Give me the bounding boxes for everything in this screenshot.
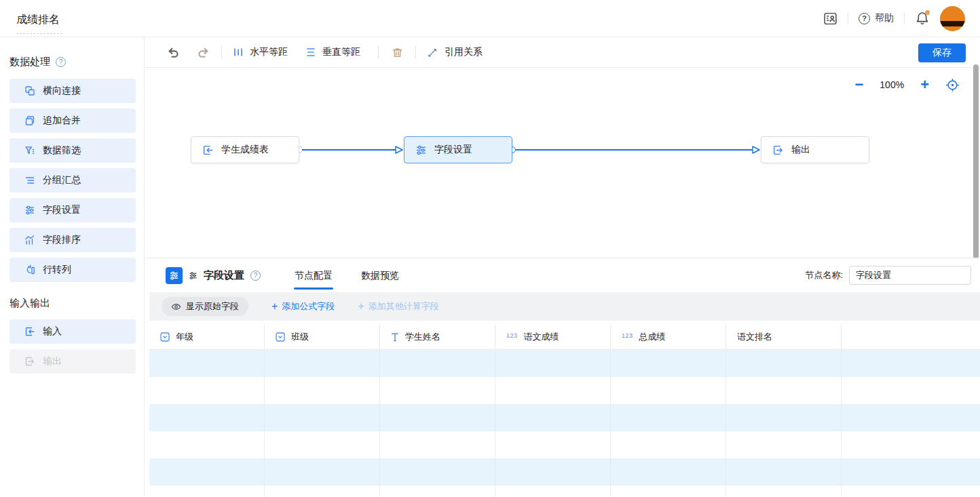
node-name-input[interactable]	[849, 266, 971, 285]
sidebar-item-horizontal-join[interactable]: 横向连接	[10, 79, 136, 103]
panel-title: 字段设置	[204, 269, 244, 282]
text-type-icon	[391, 332, 399, 342]
column-header-grade[interactable]: 年级	[149, 325, 265, 349]
zoom-in-button[interactable]: +	[920, 77, 929, 92]
trash-icon	[392, 47, 403, 58]
redo-button[interactable]	[195, 45, 210, 60]
column-header-chinese-score[interactable]: 123 语文成绩	[495, 325, 611, 349]
edge-arrow-icon	[394, 145, 404, 155]
sliders-small-icon	[189, 271, 197, 280]
field-table: 年级 班级 学生姓名 123 语文成绩	[149, 325, 980, 497]
tab-data-preview[interactable]: 数据预览	[360, 262, 400, 290]
guide-icon[interactable]	[823, 12, 837, 26]
edge-line	[302, 149, 396, 151]
help-button[interactable]: ? 帮助	[859, 12, 894, 24]
dimension-icon	[160, 332, 170, 342]
notification-dot	[925, 10, 930, 15]
sliders-icon	[24, 205, 35, 216]
sidebar-item-append-merge[interactable]: 追加合并	[10, 108, 136, 133]
sidebar-item-field-sort[interactable]: 字段排序	[10, 228, 136, 252]
sidebar-item-field-settings[interactable]: 字段设置	[10, 198, 136, 222]
node-field-settings[interactable]: 字段设置	[404, 136, 512, 163]
column-header-student-name[interactable]: 学生姓名	[380, 325, 495, 349]
output-icon	[24, 356, 35, 367]
save-button[interactable]: 保存	[918, 43, 966, 62]
edge-line	[516, 149, 752, 151]
vertical-spacing-button[interactable]: 垂直等距	[305, 46, 360, 58]
sidebar-item-data-filter[interactable]: 数据筛选	[10, 138, 136, 163]
table-row[interactable]	[149, 485, 980, 497]
plus-icon: +	[271, 301, 278, 312]
append-icon	[24, 115, 35, 126]
table-row[interactable]	[149, 431, 980, 458]
io-section-title: 输入输出	[10, 297, 136, 310]
field-actions-toolbar: 显示原始字段 + 添加公式字段 + 添加其他计算字段	[149, 292, 980, 321]
number-type-icon: 123	[506, 332, 518, 339]
sidebar-item-input[interactable]: 输入	[10, 319, 136, 344]
dimension-icon	[276, 332, 285, 342]
edge-arrow-icon	[751, 145, 761, 155]
divider	[415, 46, 416, 58]
section-help-icon[interactable]: ?	[56, 57, 66, 67]
node-config-panel: 字段设置 ? 节点配置 数据预览 节点名称: 显示原始字段 + 添加公式字段	[145, 258, 980, 497]
table-row[interactable]	[149, 458, 980, 485]
zoom-level: 100%	[880, 79, 904, 90]
group-icon	[24, 175, 35, 186]
zoom-controls: − 100% +	[854, 77, 960, 92]
horizontal-spacing-icon	[233, 47, 244, 58]
question-circle-icon: ?	[859, 13, 870, 24]
column-header-empty	[842, 325, 980, 349]
column-header-chinese-rank[interactable]: 语文排名	[726, 325, 842, 349]
show-original-fields-button[interactable]: 显示原始字段	[162, 297, 248, 316]
divider	[221, 46, 222, 58]
join-icon	[24, 85, 35, 96]
panel-help-icon[interactable]: ?	[250, 271, 261, 281]
topbar-actions: ? 帮助	[823, 6, 965, 31]
notification-bell-icon[interactable]	[915, 11, 930, 26]
sidebar-item-row-to-column[interactable]: 行转列	[10, 258, 136, 282]
plus-icon: +	[358, 301, 364, 312]
fit-view-button[interactable]	[945, 78, 960, 92]
tab-node-config[interactable]: 节点配置	[294, 262, 333, 290]
filter-icon	[24, 145, 35, 156]
sidebar-item-output: 输出	[10, 349, 136, 374]
main-area: 水平等距 垂直等距 引用关系 保存 −	[145, 37, 980, 497]
reference-relation-icon	[427, 47, 438, 58]
page-title: 成绩排名	[16, 10, 62, 34]
vertical-spacing-icon	[305, 47, 316, 58]
horizontal-spacing-button[interactable]: 水平等距	[233, 46, 288, 58]
add-formula-field-button[interactable]: + 添加公式字段	[271, 300, 335, 313]
node-student-score-table[interactable]: 学生成绩表	[191, 136, 299, 163]
topbar: 成绩排名 ? 帮助	[0, 0, 980, 37]
table-header-row: 年级 班级 学生姓名 123 语文成绩	[149, 325, 980, 350]
divider	[848, 13, 848, 24]
sliders-icon	[415, 144, 427, 156]
data-section-title: 数据处理 ?	[10, 56, 136, 68]
reference-relation-button[interactable]: 引用关系	[427, 46, 483, 58]
avatar[interactable]	[940, 6, 965, 31]
target-icon	[945, 78, 960, 92]
sidebar-item-group-summary[interactable]: 分组汇总	[10, 168, 136, 193]
table-row[interactable]	[149, 377, 980, 404]
column-header-total-score[interactable]: 123 总成绩	[611, 325, 726, 349]
canvas-toolbar: 水平等距 垂直等距 引用关系 保存	[145, 37, 980, 68]
help-label: 帮助	[875, 12, 894, 24]
delete-button[interactable]	[390, 45, 404, 60]
divider	[904, 13, 905, 24]
table-row[interactable]	[149, 350, 980, 377]
pivot-icon	[24, 264, 35, 275]
column-header-class[interactable]: 班级	[265, 325, 380, 349]
divider	[378, 46, 379, 58]
table-row[interactable]	[149, 404, 980, 431]
output-icon	[772, 144, 784, 156]
input-icon	[24, 326, 35, 337]
node-name-group: 节点名称:	[805, 266, 971, 285]
panel-tabs: 节点配置 数据预览	[294, 262, 400, 290]
panel-header: 字段设置 ? 节点配置 数据预览 节点名称:	[145, 262, 980, 290]
zoom-out-button[interactable]: −	[854, 77, 863, 92]
eye-icon	[171, 302, 181, 312]
flow-canvas[interactable]: − 100% +	[145, 68, 980, 258]
node-output[interactable]: 输出	[761, 136, 869, 163]
vertical-scrollbar[interactable]	[973, 64, 979, 258]
undo-button[interactable]	[166, 45, 181, 60]
